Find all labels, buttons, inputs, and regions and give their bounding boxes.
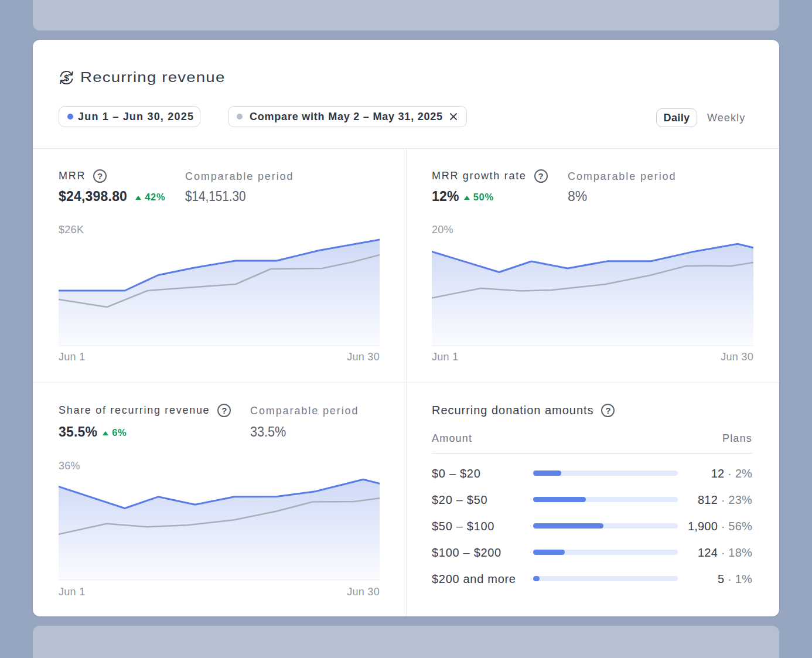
svg-text:$: $ xyxy=(64,73,69,83)
